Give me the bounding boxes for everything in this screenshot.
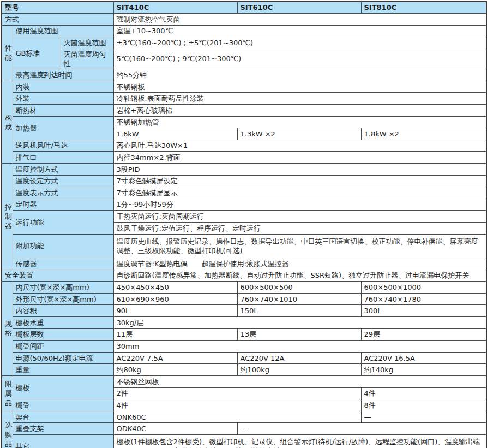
spec-value: 内径34mm×2,背面 xyxy=(113,152,486,164)
spec-value: 棚板(1件棚板包含2件棚受)、微型打印机、记录仪、组合警示灯(待机/运行/故障)… xyxy=(113,435,486,448)
spec-value: — xyxy=(237,423,486,435)
row-label: 架台 xyxy=(13,411,113,423)
spec-value: 760×740×1780 xyxy=(361,293,486,305)
spec-value: ODK40C xyxy=(113,423,237,435)
spec-value: 600×500×500 xyxy=(237,282,361,294)
column-header: SIT410C xyxy=(113,2,237,14)
spec-value: 岩棉+离心玻璃棉 xyxy=(113,104,486,116)
table-row: 最高温度到达时间约55分钟 xyxy=(2,69,486,81)
spec-value: 1.6kW xyxy=(113,128,237,140)
row-label: 安全装置 xyxy=(2,270,113,282)
spec-value: 5℃(160~200℃) ; 9℃(201~300℃) xyxy=(113,49,486,69)
spec-value: ±3℃(160~200℃) ; ±5℃(201~300℃) xyxy=(113,37,486,49)
spec-value: 干热灭菌运行:灭菌周期运行 xyxy=(113,211,486,223)
table-row: 规格内尺寸(宽×深×高mm)450×450×450600×500×500600×… xyxy=(2,282,486,294)
spec-value: 150L xyxy=(237,305,361,317)
table-row: 重量约80kg约100kg约140kg xyxy=(2,364,486,376)
table-row: 棚受4件8件 xyxy=(2,399,486,411)
spec-value: 13层 xyxy=(237,328,361,341)
row-label: 温度设定方式 xyxy=(13,175,113,187)
table-row: 重叠支架ODK40C— xyxy=(2,423,486,435)
row-label: 温度表示方式 xyxy=(13,187,113,199)
table-row: 断热材岩棉+离心玻璃棉 xyxy=(2,104,486,116)
spec-value: 2件 xyxy=(113,387,361,399)
spec-value: 90L xyxy=(113,305,237,317)
table-row: 棚受间距30mm xyxy=(2,341,486,353)
spec-value: 不锈钢板 xyxy=(113,81,486,93)
spec-value: 1.8kW ×2 xyxy=(361,128,486,140)
table-row: 型号SIT410CSIT610CSIT810C xyxy=(2,2,486,14)
group-label: 附属品 xyxy=(2,376,13,411)
table-row: 附属品棚板不锈钢丝网板 xyxy=(2,376,486,388)
row-label: 方式 xyxy=(2,14,113,26)
spec-table-body: 型号SIT410CSIT610CSIT810C方式强制对流热空气灭菌性能使用温度… xyxy=(2,2,486,448)
spec-value: AC220V 12A xyxy=(237,352,361,364)
table-row: 传感器温度调节器:K型热电偶 超温保护使用:液胀式温控器 xyxy=(2,258,486,270)
table-row: 方式强制对流热空气灭菌 xyxy=(2,14,486,26)
spec-value: 610×690×960 xyxy=(113,293,237,305)
row-label: 电源(50/60Hz)额定电流 xyxy=(13,352,113,364)
table-row: 外装冷轧钢板,表面耐药品性涂装 xyxy=(2,93,486,105)
table-row: 构成内装不锈钢板 xyxy=(2,81,486,93)
row-label: 附加功能 xyxy=(13,234,113,258)
spec-value: 760×740×1010 xyxy=(237,293,361,305)
spec-value: 4件 xyxy=(113,399,361,411)
spec-value: 鼓风干燥运行:定值运行、程序运行、定时运行 xyxy=(113,222,486,234)
spec-value: 离心风叶,马达30W×1 xyxy=(113,140,486,152)
row-label: 棚板层数 xyxy=(13,328,113,341)
spec-value: 600×500×1000 xyxy=(361,282,486,294)
group-label: 控制器 xyxy=(2,163,13,270)
row-sublabel: 灭菌温度均匀性 xyxy=(61,49,113,69)
row-label: 重量 xyxy=(13,364,113,376)
row-label: 内容积 xyxy=(13,305,113,317)
table-row: 附加功能温度历史曲线、报警历史记录、操作日志、数据导出功能、中日英三国语言切换、… xyxy=(2,234,486,258)
spec-value: 温度调节器:K型热电偶 超温保护使用:液胀式温控器 xyxy=(113,258,486,270)
spec-value: 约100kg xyxy=(237,364,361,376)
spec-value: 自诊断回路(温度传感异常、加热器断线、自动过升防止功能、SSR短路)、独立过升防… xyxy=(113,270,486,282)
spec-table: 型号SIT410CSIT610CSIT810C方式强制对流热空气灭菌性能使用温度… xyxy=(1,1,487,448)
column-header: SIT610C xyxy=(237,2,361,14)
row-label: 棚受 xyxy=(13,399,113,411)
spec-value: 450×450×450 xyxy=(113,282,237,294)
row-label: 排气口 xyxy=(13,152,113,164)
row-label: 断热材 xyxy=(13,104,113,116)
spec-value: 1.3kW ×2 xyxy=(237,128,361,140)
spec-value: 1分~99小时59分 xyxy=(113,199,486,211)
group-label: 性能 xyxy=(2,25,13,81)
table-row: 外形尺寸(宽×深×高mm)610×690×960760×740×1010760×… xyxy=(2,293,486,305)
table-row: 定时器1分~99小时59分 xyxy=(2,199,486,211)
table-row: 排气口内径34mm×2,背面 xyxy=(2,152,486,164)
table-row: 运行功能干热灭菌运行:灭菌周期运行 xyxy=(2,211,486,223)
table-row: 电源(50/60Hz)额定电流AC220V 7.5AAC220V 12AAC22… xyxy=(2,352,486,364)
spec-value: 30mm xyxy=(113,341,486,353)
row-label: 棚板承重 xyxy=(13,317,113,329)
table-row: 其它棚板(1件棚板包含2件棚受)、微型打印机、记录仪、组合警示灯(待机/运行/故… xyxy=(2,435,486,448)
row-sublabel: 灭菌温度范围 xyxy=(61,37,113,49)
spec-value: 3段PID xyxy=(113,163,486,175)
group-label: 选购品 xyxy=(2,411,13,448)
table-row: 棚板层数11层13层29层 xyxy=(2,328,486,341)
table-row: GB标准灭菌温度范围±3℃(160~200℃) ; ±5℃(201~300℃) xyxy=(2,37,486,49)
spec-value: 7寸彩色触摸屏显示 xyxy=(113,187,486,199)
spec-value: 30kg/层 xyxy=(113,317,486,329)
spec-value: 温度历史曲线、报警历史记录、操作日志、数据导出功能、中日英三国语言切换、校正功能… xyxy=(113,234,486,258)
row-label: 运行功能 xyxy=(13,211,113,234)
row-label: 传感器 xyxy=(13,258,113,270)
spec-value: 300L xyxy=(361,305,486,317)
spec-value: ONK60C xyxy=(113,411,361,423)
spec-value: 11层 xyxy=(113,328,237,341)
column-header: SIT810C xyxy=(361,2,486,14)
group-label: 构成 xyxy=(2,81,13,163)
table-row: 性能使用温度范围室温+10~300℃ xyxy=(2,25,486,37)
spec-value: 4件 xyxy=(361,387,486,399)
table-row: 灭菌温度均匀性5℃(160~200℃) ; 9℃(201~300℃) xyxy=(2,49,486,69)
table-row: 选购品架台ONK60C— xyxy=(2,411,486,423)
row-label: 其它 xyxy=(13,435,113,448)
table-row: 加热器不锈钢加热管 xyxy=(2,116,486,128)
row-label: 定时器 xyxy=(13,199,113,211)
row-label: 棚受间距 xyxy=(13,341,113,353)
spec-sheet: 型号SIT410CSIT610CSIT810C方式强制对流热空气灭菌性能使用温度… xyxy=(0,0,487,448)
row-label: GB标准 xyxy=(13,37,61,69)
row-label: 送风机风叶/马达 xyxy=(13,140,113,152)
spec-value: 冷轧钢板,表面耐药品性涂装 xyxy=(113,93,486,105)
